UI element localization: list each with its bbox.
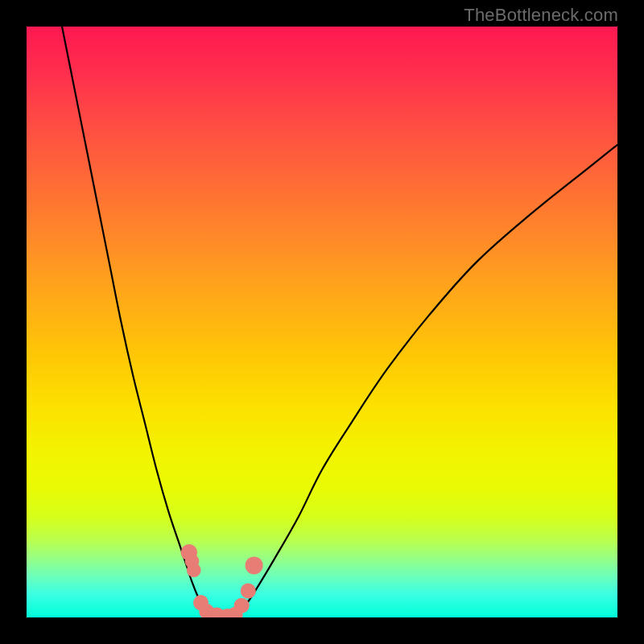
plot-area	[27, 27, 617, 617]
series-left-curve	[62, 27, 210, 617]
chart-frame: TheBottleneck.com	[0, 0, 644, 644]
series-right-curve	[233, 145, 617, 617]
marker-dot	[187, 563, 201, 577]
marker-dot	[241, 583, 256, 598]
marker-dot	[246, 556, 263, 574]
curve-layer	[27, 27, 617, 617]
watermark-text: TheBottleneck.com	[464, 5, 618, 26]
marker-dot	[234, 598, 250, 613]
